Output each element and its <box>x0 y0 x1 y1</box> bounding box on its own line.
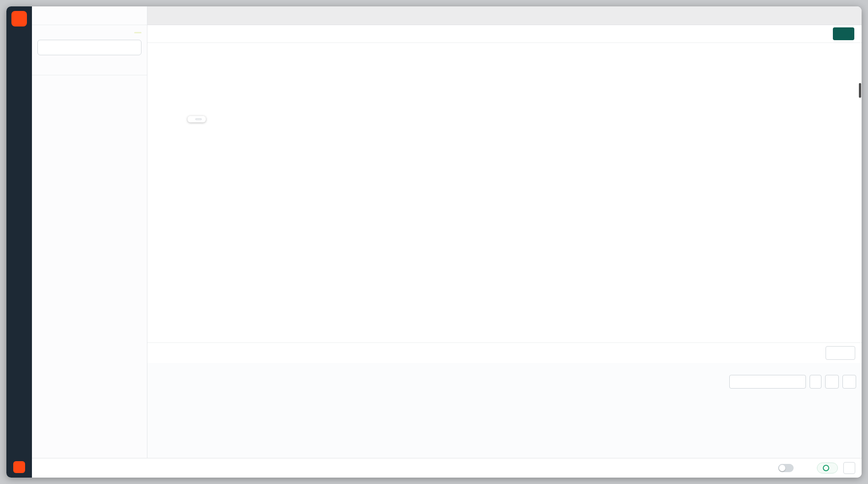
status-badge[interactable] <box>817 463 838 473</box>
branch-row <box>32 6 147 25</box>
code-editor[interactable] <box>147 43 862 342</box>
status-right-group <box>778 462 855 474</box>
editor-toolbar <box>147 342 862 363</box>
more-options-button[interactable] <box>843 462 855 474</box>
breadcrumb-row <box>147 25 862 43</box>
lineage-controls <box>729 375 856 389</box>
defer-toggle[interactable] <box>778 464 794 472</box>
lineage-panel <box>147 363 862 458</box>
dbt-x-icon <box>16 16 23 22</box>
content-row <box>32 6 862 458</box>
expand-command-bar-icon[interactable] <box>38 464 46 472</box>
file-state-icon[interactable] <box>159 31 166 37</box>
fullscreen-button[interactable] <box>825 375 839 389</box>
file-icon <box>37 62 44 68</box>
chevron-down-icon <box>844 351 849 356</box>
lineage-search-input[interactable] <box>729 375 806 389</box>
changes-count-badge <box>134 32 141 33</box>
save-icon <box>839 31 845 37</box>
commit-and-sync-button[interactable] <box>37 40 141 55</box>
file-tree <box>32 94 147 458</box>
plus-icon <box>849 12 856 19</box>
tooltip-shortcut <box>195 118 202 120</box>
right-column <box>32 6 862 478</box>
update-graph-button[interactable] <box>810 375 821 389</box>
scrollbar-thumb[interactable] <box>859 83 861 98</box>
edit-tooltip <box>188 116 206 122</box>
chevron-down-icon <box>37 30 42 35</box>
file-explorer-header[interactable] <box>32 75 147 94</box>
refresh-icon <box>846 379 853 385</box>
tab-bar <box>147 6 862 25</box>
desktop <box>0 0 868 484</box>
status-bar <box>32 458 862 478</box>
dbt-ide-window <box>6 6 862 478</box>
main-area <box>147 6 862 458</box>
ready-ring-icon <box>823 465 829 471</box>
dbt-copilot-button[interactable] <box>826 346 855 360</box>
git-branch-icon <box>37 12 44 19</box>
changed-file-row[interactable] <box>37 62 141 68</box>
chevron-down-icon <box>131 45 136 50</box>
sidebar <box>32 6 147 458</box>
new-tab-button[interactable] <box>843 6 862 25</box>
search-icon[interactable] <box>135 81 141 88</box>
command-input[interactable] <box>51 464 249 472</box>
copy-branch-icon[interactable] <box>135 12 141 19</box>
chevron-down-icon <box>37 82 42 87</box>
expand-icon <box>829 379 836 385</box>
dots-icon <box>846 465 853 472</box>
refresh-button[interactable] <box>842 375 856 389</box>
dbt-labs-logo[interactable] <box>13 461 25 473</box>
dbt-logo[interactable] <box>11 11 27 26</box>
nav-rail <box>6 6 32 478</box>
code-lines <box>147 43 862 342</box>
version-control-section <box>32 25 147 75</box>
sparkle-icon <box>831 350 838 356</box>
version-control-header[interactable] <box>37 30 141 35</box>
save-button[interactable] <box>833 27 854 40</box>
help-icon[interactable] <box>805 465 811 472</box>
